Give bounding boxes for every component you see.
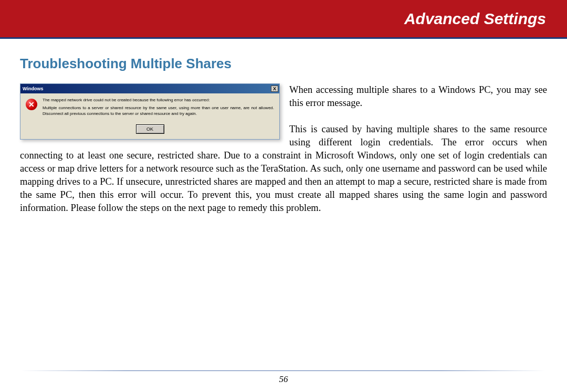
windows-error-dialog: Windows X ✕ The mapped network drive cou… — [20, 83, 280, 140]
section-title: Troubleshooting Multiple Shares — [20, 56, 547, 72]
header-band: Advanced Settings — [0, 0, 567, 39]
dialog-button-row: OK — [20, 124, 279, 139]
page-footer: 56 — [0, 370, 567, 385]
dialog-line-1: The mapped network drive could not be cr… — [43, 98, 274, 103]
paragraph-1: When accessing multiple shares to a Wind… — [289, 84, 547, 108]
body-text: Windows X ✕ The mapped network drive cou… — [20, 83, 547, 215]
close-icon[interactable]: X — [271, 86, 278, 92]
dialog-title: Windows — [23, 86, 43, 92]
ok-button[interactable]: OK — [136, 124, 164, 134]
dialog-text: The mapped network drive could not be cr… — [43, 98, 274, 119]
dialog-titlebar: Windows X — [20, 84, 279, 93]
footer-rule — [21, 370, 546, 371]
dialog-body: ✕ The mapped network drive could not be … — [20, 93, 279, 124]
error-icon: ✕ — [26, 99, 37, 110]
page-header-title: Advanced Settings — [404, 10, 546, 28]
error-dialog-screenshot: Windows X ✕ The mapped network drive cou… — [20, 83, 280, 140]
content-area: Troubleshooting Multiple Shares Windows … — [0, 39, 567, 215]
dialog-line-2: Multiple connections to a server or shar… — [43, 105, 274, 116]
page-number: 56 — [279, 374, 288, 385]
